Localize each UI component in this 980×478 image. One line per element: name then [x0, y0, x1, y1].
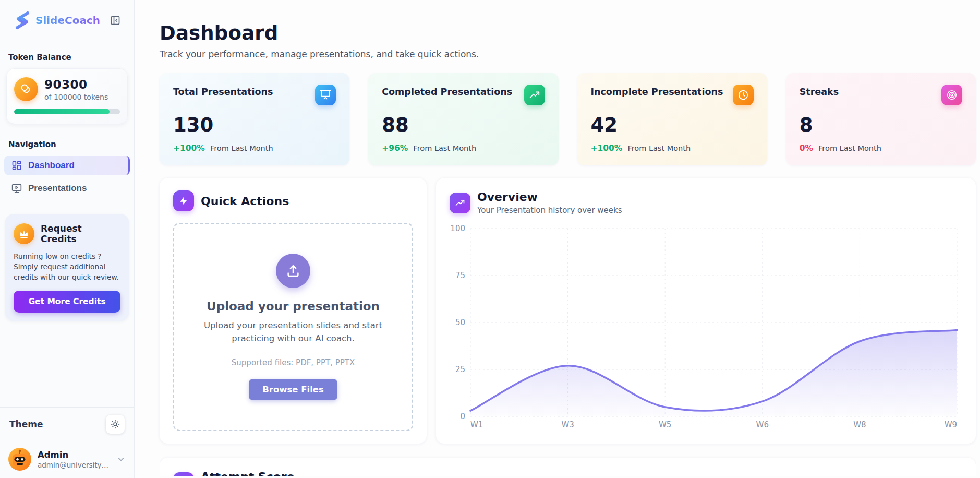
- crown-icon: [14, 223, 34, 244]
- overview-subtitle: Your Presentation history over weeks: [477, 206, 622, 215]
- chevron-down-icon: [116, 455, 126, 464]
- request-credits-body: Running low on credits ? Simply request …: [14, 251, 120, 282]
- trending-up-icon: [524, 85, 545, 105]
- svg-text:W8: W8: [853, 420, 866, 429]
- brand[interactable]: SlideCoach: [14, 11, 100, 30]
- overview-panel: Overview Your Presentation history over …: [436, 178, 976, 444]
- stat-delta: 0%: [800, 144, 813, 153]
- upload-title: Upload your presentation: [207, 300, 380, 313]
- theme-label: Theme: [9, 419, 43, 429]
- quick-actions-panel: Quick Actions Upload your presentation U…: [160, 178, 427, 444]
- stat-delta: +96%: [382, 144, 408, 153]
- upload-icon: [276, 254, 310, 288]
- upload-dropzone[interactable]: Upload your presentation Upload your pre…: [173, 223, 413, 431]
- svg-text:W5: W5: [659, 420, 671, 429]
- stat-label: Total Presentations: [173, 85, 273, 97]
- page-subtitle: Track your performance, manage presentat…: [160, 49, 976, 59]
- stat-note: From Last Month: [210, 144, 273, 152]
- clock-icon: [733, 85, 754, 105]
- stat-value: 8: [800, 114, 962, 136]
- user-menu[interactable]: Admin admin@universityone.c…: [0, 441, 134, 478]
- panel-collapse-icon: [110, 15, 120, 26]
- stat-note: From Last Month: [818, 144, 881, 152]
- dashboard-grid-icon: [11, 160, 22, 171]
- trending-up-icon: [173, 472, 194, 476]
- stat-label: Streaks: [800, 85, 839, 97]
- trending-up-icon: [450, 193, 470, 213]
- stat-delta: +100%: [173, 144, 205, 153]
- svg-text:W3: W3: [561, 420, 574, 429]
- browse-files-button[interactable]: Browse Files: [249, 379, 337, 400]
- overview-title: Overview: [477, 190, 622, 204]
- main-content: Dashboard Track your performance, manage…: [135, 0, 980, 478]
- sidebar-header: SlideCoach: [0, 0, 134, 41]
- stat-card-incomplete-presentations: Incomplete Presentations 42 +100% From L…: [577, 73, 767, 165]
- token-progress-fill: [14, 109, 110, 114]
- presentation-screen-icon: [315, 85, 336, 105]
- stat-label: Incomplete Presentations: [591, 85, 723, 97]
- token-total: of 100000 tokens: [44, 93, 108, 101]
- stat-value: 130: [173, 114, 336, 136]
- request-credits-title: Request Credits: [41, 223, 120, 244]
- navigation-label: Navigation: [0, 140, 134, 149]
- quick-actions-title: Quick Actions: [201, 195, 289, 208]
- stat-note: From Last Month: [627, 144, 691, 152]
- svg-text:25: 25: [455, 365, 465, 374]
- stats-row: Total Presentations 130 +100% From Last …: [160, 73, 976, 165]
- svg-text:0: 0: [460, 412, 465, 421]
- user-email: admin@universityone.c…: [38, 461, 110, 469]
- svg-text:W9: W9: [945, 420, 957, 429]
- svg-text:W6: W6: [756, 420, 769, 429]
- lightning-icon: [173, 190, 194, 211]
- collapse-sidebar-button[interactable]: [108, 13, 123, 28]
- attempt-score-title: Attempt Score: [201, 470, 326, 476]
- token-amount: 90300: [44, 78, 108, 91]
- token-balance-label: Token Balance: [0, 53, 134, 62]
- slidecoach-logo-icon: [14, 11, 30, 30]
- sidebar-item-dashboard[interactable]: Dashboard: [4, 156, 130, 175]
- user-name: Admin: [38, 450, 110, 460]
- stat-note: From Last Month: [413, 144, 476, 152]
- brand-name: SlideCoach: [35, 14, 100, 27]
- sidebar-item-label: Dashboard: [28, 160, 75, 171]
- stat-value: 88: [382, 114, 545, 136]
- token-balance-card: 90300 of 100000 tokens: [6, 68, 128, 124]
- sidebar: SlideCoach Token Balance 90300 of 100000…: [0, 0, 135, 478]
- stat-delta: +100%: [591, 144, 623, 153]
- page-title: Dashboard: [160, 22, 976, 44]
- svg-text:50: 50: [455, 318, 465, 327]
- sidebar-item-presentations[interactable]: Presentations: [4, 178, 130, 198]
- theme-toggle-button[interactable]: [106, 415, 125, 434]
- overview-area-chart: 0255075100W1W3W5W6W8W9: [450, 222, 962, 433]
- presentation-monitor-icon: [11, 183, 22, 194]
- theme-row: Theme: [0, 407, 134, 441]
- attempt-score-panel: Attempt Score Your Presentation attempt …: [160, 458, 976, 476]
- stat-card-streaks: Streaks 8 0% From Last Month: [786, 73, 976, 165]
- stat-value: 42: [591, 114, 754, 136]
- sun-icon: [111, 420, 120, 429]
- get-more-credits-button[interactable]: Get More Credits: [14, 291, 120, 313]
- upload-description: Upload your presentation slides and star…: [194, 319, 392, 345]
- stat-card-completed-presentations: Completed Presentations 88 +96% From Las…: [368, 73, 558, 165]
- svg-text:W1: W1: [470, 420, 483, 429]
- stat-card-total-presentations: Total Presentations 130 +100% From Last …: [160, 73, 349, 165]
- supported-files-note: Supported files: PDF, PPT, PPTX: [232, 358, 355, 367]
- target-icon: [941, 85, 962, 105]
- stat-label: Completed Presentations: [382, 85, 512, 97]
- svg-text:75: 75: [455, 271, 465, 280]
- request-credits-card: Request Credits Running low on credits ?…: [5, 214, 129, 321]
- sidebar-nav: Dashboard Presentations: [0, 156, 134, 198]
- svg-text:100: 100: [450, 224, 465, 233]
- token-progress-bar: [14, 109, 120, 114]
- avatar: [8, 448, 31, 471]
- sidebar-item-label: Presentations: [28, 183, 87, 194]
- coins-icon: [14, 77, 38, 101]
